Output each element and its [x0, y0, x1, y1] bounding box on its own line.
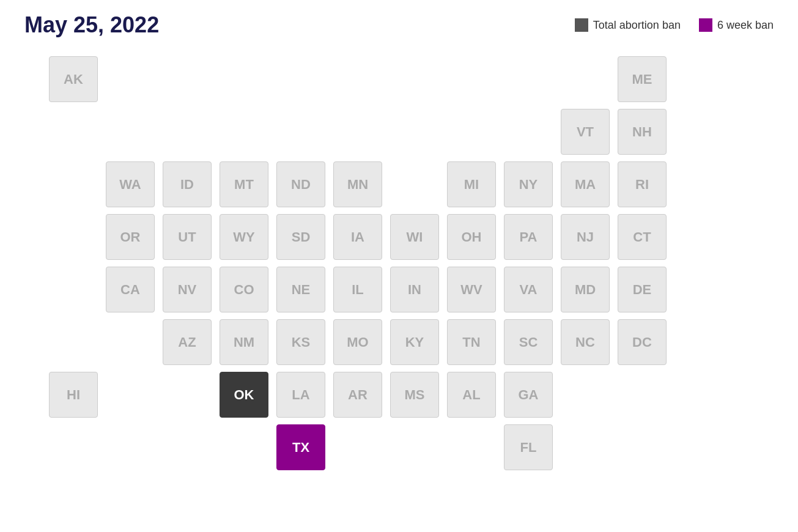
total-ban-swatch	[575, 18, 588, 32]
state-cell-ar[interactable]: AR	[333, 372, 382, 418]
six-week-swatch	[699, 18, 712, 32]
state-cell-nv[interactable]: NV	[163, 267, 212, 312]
state-cell-mn[interactable]: MN	[333, 161, 382, 207]
state-cell-az[interactable]: AZ	[163, 319, 212, 365]
header: May 25, 2022 Total abortion ban 6 week b…	[24, 12, 774, 38]
state-cell-ok[interactable]: OK	[220, 372, 268, 418]
state-cell-ma[interactable]: MA	[561, 161, 610, 207]
total-ban-label: Total abortion ban	[593, 19, 681, 32]
state-cell-wv[interactable]: WV	[447, 267, 496, 312]
state-cell-il[interactable]: IL	[333, 267, 382, 312]
state-cell-ct[interactable]: CT	[618, 214, 667, 260]
state-cell-ne[interactable]: NE	[276, 267, 325, 312]
state-cell-tn[interactable]: TN	[447, 319, 496, 365]
state-cell-md[interactable]: MD	[561, 267, 610, 312]
state-cell-co[interactable]: CO	[220, 267, 268, 312]
state-cell-ca[interactable]: CA	[106, 267, 155, 312]
state-cell-al[interactable]: AL	[447, 372, 496, 418]
state-cell-sd[interactable]: SD	[276, 214, 325, 260]
page-title: May 25, 2022	[24, 12, 159, 38]
state-cell-me[interactable]: ME	[618, 56, 667, 102]
legend-total-ban: Total abortion ban	[575, 18, 681, 32]
state-cell-ri[interactable]: RI	[618, 161, 667, 207]
state-cell-wa[interactable]: WA	[106, 161, 155, 207]
state-cell-mo[interactable]: MO	[333, 319, 382, 365]
state-cell-ky[interactable]: KY	[390, 319, 439, 365]
state-cell-id[interactable]: ID	[163, 161, 212, 207]
state-cell-ms[interactable]: MS	[390, 372, 439, 418]
legend-six-week-ban: 6 week ban	[699, 18, 774, 32]
legend: Total abortion ban 6 week ban	[575, 18, 774, 32]
state-cell-mt[interactable]: MT	[220, 161, 268, 207]
state-cell-ia[interactable]: IA	[333, 214, 382, 260]
state-cell-fl[interactable]: FL	[504, 424, 553, 470]
state-cell-ks[interactable]: KS	[276, 319, 325, 365]
state-cell-va[interactable]: VA	[504, 267, 553, 312]
state-cell-pa[interactable]: PA	[504, 214, 553, 260]
state-cell-wy[interactable]: WY	[220, 214, 268, 260]
state-cell-sc[interactable]: SC	[504, 319, 553, 365]
state-cell-nd[interactable]: ND	[276, 161, 325, 207]
state-cell-or[interactable]: OR	[106, 214, 155, 260]
state-cell-tx[interactable]: TX	[276, 424, 325, 470]
state-cell-la[interactable]: LA	[276, 372, 325, 418]
state-cell-ga[interactable]: GA	[504, 372, 553, 418]
state-cell-nj[interactable]: NJ	[561, 214, 610, 260]
state-cell-hi[interactable]: HI	[49, 372, 98, 418]
state-cell-mi[interactable]: MI	[447, 161, 496, 207]
state-cell-vt[interactable]: VT	[561, 109, 610, 155]
state-cell-ut[interactable]: UT	[163, 214, 212, 260]
app-container: May 25, 2022 Total abortion ban 6 week b…	[0, 0, 798, 532]
state-cell-nm[interactable]: NM	[220, 319, 268, 365]
map-container: AKMEVTNHWAIDMTNDMNMINYMARIORUTWYSDIAWIOH…	[24, 50, 774, 509]
state-cell-wi[interactable]: WI	[390, 214, 439, 260]
six-week-label: 6 week ban	[717, 19, 774, 32]
state-cell-dc[interactable]: DC	[618, 319, 667, 365]
state-cell-oh[interactable]: OH	[447, 214, 496, 260]
state-cell-nh[interactable]: NH	[618, 109, 667, 155]
state-cell-ny[interactable]: NY	[504, 161, 553, 207]
state-cell-ak[interactable]: AK	[49, 56, 98, 102]
state-cell-nc[interactable]: NC	[561, 319, 610, 365]
state-cell-de[interactable]: DE	[618, 267, 667, 312]
state-cell-in[interactable]: IN	[390, 267, 439, 312]
